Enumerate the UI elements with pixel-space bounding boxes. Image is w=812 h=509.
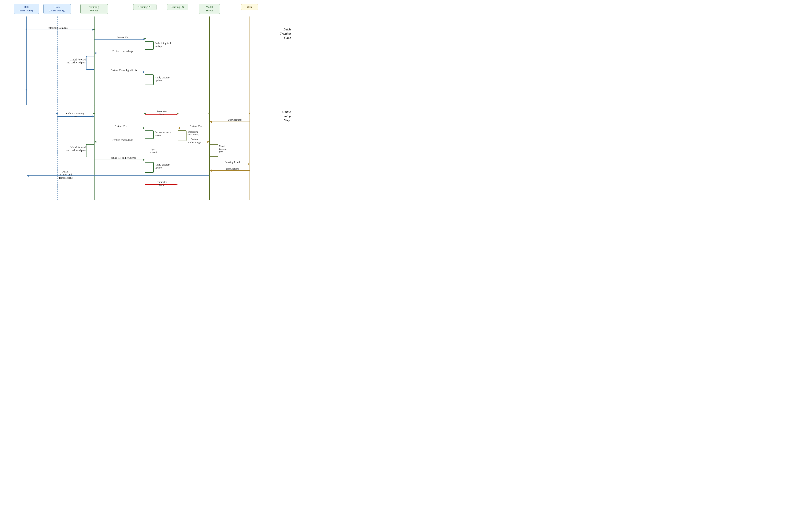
fwd-bwd-bracket-2 xyxy=(86,144,94,157)
label-feat-grads-2: Feature IDs and gradients xyxy=(101,157,144,159)
sync-interval-line xyxy=(145,115,145,181)
actor-data-batch: Data(Batch Training) xyxy=(14,4,39,14)
lifeline-model-server xyxy=(209,16,210,200)
actor-model-server: ModelServer xyxy=(199,4,220,14)
lifeline-user xyxy=(250,16,250,200)
label-embed-lookup-srv: Embeddingtable lookup xyxy=(188,130,211,136)
model-fwd-bracket xyxy=(210,144,218,157)
arrow-hist-batch xyxy=(27,30,94,30)
label-apply-grad-2: Apply gradientupdates xyxy=(155,163,178,169)
label-user-request: User Request xyxy=(222,118,248,121)
label-apply-grad-1: Apply gradientupdates xyxy=(155,76,178,82)
lifeline-training-worker xyxy=(94,16,95,200)
apply-grad-1-bracket xyxy=(145,74,154,85)
dot-ms-online xyxy=(208,113,210,114)
diagram-container: Data(Batch Training) Data(Online Trainin… xyxy=(2,2,294,205)
dot-user-online xyxy=(249,113,250,114)
label-hist-batch: Historical batch data xyxy=(34,26,80,29)
label-user-actions: User Actions xyxy=(220,167,245,170)
arrow-feat-grads-2 xyxy=(95,160,145,160)
label-param-sync-1: ParameterSync xyxy=(150,110,173,116)
actor-data-online-label: Data(Online Training) xyxy=(49,5,65,12)
arrow-feat-ids-1 xyxy=(95,39,145,39)
arrow-feat-embed-2 xyxy=(95,142,145,142)
actor-training-worker: TrainingWorker xyxy=(80,4,108,14)
label-feat-embed-1: Feature embeddings xyxy=(104,50,142,53)
arrow-feat-ids-2 xyxy=(95,128,145,128)
label-embed-lookup-1: Embedding tablelookup xyxy=(155,42,178,48)
actor-training-worker-label: TrainingWorker xyxy=(90,5,99,12)
online-stage-label: OnlineTrainingStage xyxy=(280,110,291,123)
arrow-ranking-result xyxy=(210,164,250,164)
actor-training-ps-label: Training PS xyxy=(138,5,152,8)
embed-lookup-1-bracket xyxy=(145,41,154,50)
actor-data-batch-label: Data(Batch Training) xyxy=(19,5,34,12)
label-fwd-bwd-2: Model forwardand backward pass xyxy=(62,146,86,152)
arrow-user-request xyxy=(210,122,250,122)
actor-model-server-label: ModelServer xyxy=(206,5,213,12)
batch-stage-label: BatchTrainingStage xyxy=(280,28,291,40)
label-feat-ids-1: Feature IDs xyxy=(104,36,142,39)
arrow-feat-embed-1 xyxy=(95,53,145,53)
label-data-features: Data offeatures anduser reactions xyxy=(51,170,80,179)
label-embed-lookup-2: Embedding tablelookup xyxy=(155,131,180,136)
label-feat-ids-2: Feature IDs xyxy=(106,125,135,128)
label-model-fwd: Modelforwardpass xyxy=(219,145,238,153)
actor-serving-ps-label: Serving PS xyxy=(171,5,184,8)
fwd-bwd-bracket xyxy=(86,56,94,70)
embed-lookup-2-bracket xyxy=(145,130,154,139)
label-param-sync-2: ParameterSync xyxy=(150,180,173,186)
label-feat-grads-1: Feature IDs and gradients xyxy=(103,69,145,72)
dot-data-batch-end xyxy=(26,89,27,91)
actor-training-ps: Training PS xyxy=(133,4,157,10)
label-feat-ids-srv: Feature IDs xyxy=(184,125,207,128)
label-sync-interval: Syncinterval xyxy=(147,148,160,154)
arrow-feat-grads-1 xyxy=(95,72,145,72)
actor-serving-ps: Serving PS xyxy=(167,4,188,10)
dot-tw-online xyxy=(93,113,95,114)
label-fwd-bwd: Model forwardand backward pass xyxy=(63,58,86,64)
label-online-stream: Online streamingdata xyxy=(61,112,89,118)
stage-divider xyxy=(2,106,294,106)
actor-user-label: User xyxy=(247,5,252,8)
label-feat-embed-srv: Featureembeddings xyxy=(183,138,206,144)
actor-data-online: Data(Online Training) xyxy=(43,4,71,14)
dot-data-online xyxy=(56,113,58,114)
label-ranking-result: Ranking Result xyxy=(220,161,245,164)
actor-user: User xyxy=(241,4,258,10)
label-feat-embed-2: Feature embeddings xyxy=(104,138,142,141)
apply-grad-2-bracket xyxy=(145,162,154,173)
arrow-feat-ids-srv xyxy=(178,128,209,128)
